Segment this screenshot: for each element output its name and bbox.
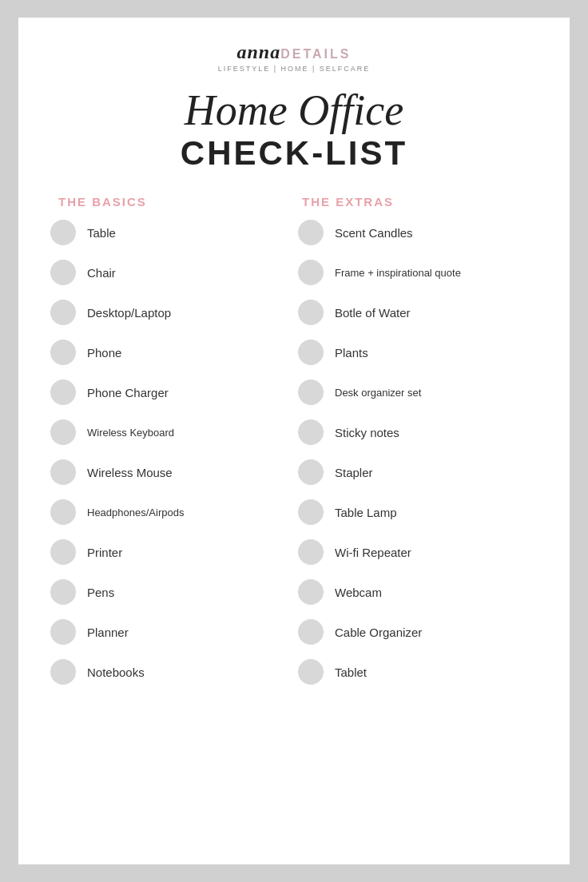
item-label: Cable Organizer xyxy=(335,626,422,639)
checkbox-circle[interactable] xyxy=(298,539,324,565)
basics-item[interactable]: Printer xyxy=(50,539,290,565)
checkbox-circle[interactable] xyxy=(298,419,324,445)
brand-tagline: LIFESTYLE | HOME | SELFCARE xyxy=(50,65,538,73)
extras-item[interactable]: Sticky notes xyxy=(298,419,538,445)
columns-header: THE BASICS THE EXTRAS xyxy=(50,195,538,209)
title-home-office: Home Office xyxy=(50,87,538,134)
extras-item[interactable]: Tablet xyxy=(298,659,538,685)
item-label: Frame + inspirational quote xyxy=(335,267,461,279)
basics-item[interactable]: Phone Charger xyxy=(50,379,290,405)
item-label: Stapler xyxy=(335,466,373,479)
basics-item[interactable]: Wireless Keyboard xyxy=(50,419,290,445)
item-label: Table Lamp xyxy=(335,506,397,519)
basics-item[interactable]: Chair xyxy=(50,260,290,285)
columns: Table Chair Desktop/Laptop Phone Phone C… xyxy=(50,220,538,699)
checkbox-circle[interactable] xyxy=(298,499,324,525)
item-label: Phone xyxy=(87,346,121,360)
checkbox-circle[interactable] xyxy=(50,300,76,325)
checkbox-circle[interactable] xyxy=(50,499,76,525)
checkbox-circle[interactable] xyxy=(298,659,324,685)
checkbox-circle[interactable] xyxy=(298,379,324,405)
item-label: Wireless Mouse xyxy=(87,466,173,479)
item-label: Plants xyxy=(335,346,368,360)
basics-item[interactable]: Planner xyxy=(50,619,290,645)
checkbox-circle[interactable] xyxy=(50,379,76,405)
item-label: Wireless Keyboard xyxy=(87,427,174,439)
basics-item[interactable]: Table xyxy=(50,220,290,245)
basics-item[interactable]: Phone xyxy=(50,340,290,365)
item-label: Table xyxy=(87,226,116,240)
item-label: Webcam xyxy=(335,586,382,599)
checklist-card: annaDETAILS LIFESTYLE | HOME | SELFCARE … xyxy=(18,18,570,864)
item-label: Printer xyxy=(87,546,122,559)
extras-item[interactable]: Desk organizer set xyxy=(298,379,538,405)
item-label: Wi-fi Repeater xyxy=(335,546,411,559)
item-label: Sticky notes xyxy=(335,426,399,439)
extras-item[interactable]: Botle of Water xyxy=(298,300,538,325)
extras-item[interactable]: Cable Organizer xyxy=(298,619,538,645)
checkbox-circle[interactable] xyxy=(298,619,324,645)
extras-column: Scent Candles Frame + inspirational quot… xyxy=(298,220,538,699)
item-label: Headphones/Airpods xyxy=(87,507,184,518)
checkbox-circle[interactable] xyxy=(50,619,76,645)
basics-header: THE BASICS xyxy=(50,195,294,209)
brand-anna: anna xyxy=(237,42,281,62)
basics-item[interactable]: Pens xyxy=(50,579,290,605)
item-label: Phone Charger xyxy=(87,386,169,399)
title-checklist: CHECK-LIST xyxy=(50,134,538,173)
checkbox-circle[interactable] xyxy=(298,300,324,325)
checkbox-circle[interactable] xyxy=(50,459,76,485)
item-label: Botle of Water xyxy=(335,306,410,320)
checkbox-circle[interactable] xyxy=(298,579,324,605)
checkbox-circle[interactable] xyxy=(50,539,76,565)
item-label: Planner xyxy=(87,626,129,639)
checkbox-circle[interactable] xyxy=(298,459,324,485)
checkbox-circle[interactable] xyxy=(50,340,76,365)
item-label: Tablet xyxy=(335,665,367,679)
extras-item[interactable]: Frame + inspirational quote xyxy=(298,260,538,285)
item-label: Notebooks xyxy=(87,665,145,679)
basics-item[interactable]: Desktop/Laptop xyxy=(50,300,290,325)
extras-item[interactable]: Scent Candles xyxy=(298,220,538,245)
basics-item[interactable]: Wireless Mouse xyxy=(50,459,290,485)
checkbox-circle[interactable] xyxy=(50,220,76,245)
checkbox-circle[interactable] xyxy=(50,419,76,445)
extras-item[interactable]: Plants xyxy=(298,340,538,365)
checkbox-circle[interactable] xyxy=(50,659,76,685)
checkbox-circle[interactable] xyxy=(298,220,324,245)
basics-column: Table Chair Desktop/Laptop Phone Phone C… xyxy=(50,220,290,699)
brand-section: annaDETAILS LIFESTYLE | HOME | SELFCARE xyxy=(50,42,538,73)
title-section: Home Office CHECK-LIST xyxy=(50,87,538,173)
extras-header: THE EXTRAS xyxy=(294,195,538,209)
item-label: Scent Candles xyxy=(335,226,413,240)
basics-item[interactable]: Headphones/Airpods xyxy=(50,499,290,525)
item-label: Chair xyxy=(87,266,116,280)
item-label: Desktop/Laptop xyxy=(87,306,171,320)
checkbox-circle[interactable] xyxy=(50,579,76,605)
checkbox-circle[interactable] xyxy=(298,340,324,365)
brand-details: DETAILS xyxy=(280,47,351,61)
extras-item[interactable]: Stapler xyxy=(298,459,538,485)
brand-logo: annaDETAILS xyxy=(50,42,538,63)
checkbox-circle[interactable] xyxy=(298,260,324,285)
extras-item[interactable]: Table Lamp xyxy=(298,499,538,525)
basics-item[interactable]: Notebooks xyxy=(50,659,290,685)
item-label: Desk organizer set xyxy=(335,387,421,399)
item-label: Pens xyxy=(87,586,114,599)
checkbox-circle[interactable] xyxy=(50,260,76,285)
extras-item[interactable]: Wi-fi Repeater xyxy=(298,539,538,565)
extras-item[interactable]: Webcam xyxy=(298,579,538,605)
